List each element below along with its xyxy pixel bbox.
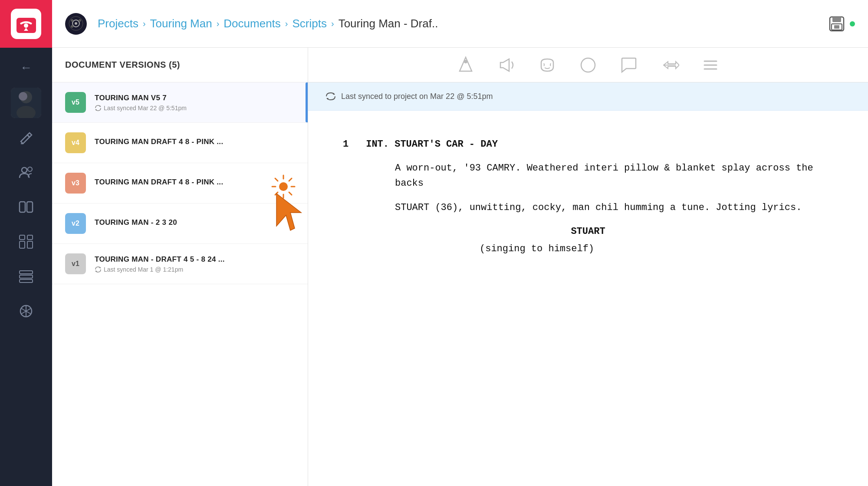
- version-item-v4[interactable]: v4 TOURING MAN DRAFT 4 8 - PINK ...: [52, 123, 308, 163]
- sync-bar: Last synced to project on Mar 22 @ 5:51p…: [308, 82, 868, 111]
- scene-heading-text: INT. STUART'S CAR - DAY: [366, 137, 498, 152]
- svg-rect-21: [27, 202, 33, 212]
- breadcrumb-touring-man[interactable]: Touring Man: [150, 17, 212, 30]
- svg-point-44: [464, 60, 467, 63]
- scene-toolbar-icon[interactable]: [456, 56, 475, 75]
- breadcrumb-documents[interactable]: Documents: [224, 17, 281, 30]
- sidebar-item-users[interactable]: [11, 157, 41, 187]
- sidebar: ←: [0, 48, 52, 486]
- version-item-v3[interactable]: v3 TOURING MAN DRAFT 4 8 - PINK ...: [52, 163, 308, 204]
- version-title-v1: TOURING MAN - DRAFT 4 5 - 8 24 ...: [95, 255, 295, 264]
- svg-rect-25: [27, 241, 33, 248]
- version-info-v3: TOURING MAN DRAFT 4 8 - PINK ...: [95, 178, 295, 189]
- breadcrumb: Projects › Touring Man › Documents › Scr…: [65, 13, 438, 35]
- character-name: STUART: [343, 224, 833, 239]
- svg-line-41: [289, 192, 292, 195]
- svg-point-7: [71, 25, 73, 28]
- version-title-v5: TOURING MAN V5 7: [95, 94, 295, 102]
- version-title-v4: TOURING MAN DRAFT 4 8 - PINK ...: [95, 138, 295, 146]
- user-avatar: [11, 88, 41, 118]
- arrows-toolbar-icon[interactable]: [660, 56, 679, 75]
- svg-rect-24: [20, 241, 25, 248]
- versions-panel: DOCUMENT VERSIONS (5) v5 TOURING MAN V5 …: [52, 48, 308, 486]
- version-item-v1[interactable]: v1 TOURING MAN - DRAFT 4 5 - 8 24 ... La…: [52, 244, 308, 284]
- sidebar-item-avatar[interactable]: [11, 88, 41, 118]
- version-title-v3: TOURING MAN DRAFT 4 8 - PINK ...: [95, 178, 295, 187]
- versions-header: DOCUMENT VERSIONS (5): [52, 48, 308, 82]
- version-badge-v5: v5: [65, 92, 86, 113]
- version-info-v5: TOURING MAN V5 7 Last synced Mar 22 @ 5:…: [95, 94, 295, 112]
- logo-area: [0, 0, 52, 48]
- sidebar-item-grid[interactable]: [11, 227, 41, 257]
- scene-action-1: A worn-out, '93 CAMRY. Weathered interi …: [395, 161, 833, 191]
- svg-rect-23: [27, 235, 33, 240]
- breadcrumb-scripts[interactable]: Scripts: [293, 17, 327, 30]
- breadcrumb-current: Touring Man - Draf..: [339, 17, 438, 30]
- content-area: Last synced to project on Mar 22 @ 5:51p…: [308, 48, 868, 486]
- svg-marker-43: [460, 57, 472, 71]
- mask-toolbar-icon[interactable]: [538, 56, 557, 75]
- sync-message: Last synced to project on Mar 22 @ 5:51p…: [341, 92, 493, 101]
- svg-point-18: [22, 167, 27, 173]
- version-item-v2[interactable]: v2 TOURING MAN - 2 3 20: [52, 204, 308, 244]
- sidebar-item-edit[interactable]: [11, 122, 41, 153]
- script-content: 1 INT. STUART'S CAR - DAY A worn-out, '9…: [308, 111, 868, 486]
- circle-toolbar-icon[interactable]: [579, 56, 598, 75]
- toolbar: [308, 48, 868, 82]
- svg-rect-20: [20, 202, 25, 212]
- main-layout: ←: [0, 48, 868, 486]
- project-logo: [65, 13, 87, 35]
- svg-point-1: [24, 23, 28, 28]
- version-title-v2: TOURING MAN - 2 3 20: [95, 218, 295, 227]
- sidebar-item-aperture[interactable]: [11, 296, 41, 326]
- svg-point-4: [75, 22, 77, 25]
- app-logo: [11, 9, 41, 39]
- svg-rect-26: [20, 271, 33, 274]
- version-info-v4: TOURING MAN DRAFT 4 8 - PINK ...: [95, 138, 295, 148]
- version-sync-v5: Last synced Mar 22 @ 5:51pm: [95, 105, 295, 112]
- version-badge-v4: v4: [65, 132, 86, 153]
- version-badge-v3: v3: [65, 173, 86, 194]
- sync-dot: [850, 21, 855, 26]
- scene-heading: 1 INT. STUART'S CAR - DAY: [343, 137, 833, 152]
- svg-point-5: [71, 19, 73, 22]
- sidebar-item-split[interactable]: [11, 192, 41, 222]
- version-list: v5 TOURING MAN V5 7 Last synced Mar 22 @…: [52, 82, 308, 486]
- megaphone-toolbar-icon[interactable]: [497, 56, 516, 75]
- svg-point-6: [79, 19, 81, 22]
- save-button[interactable]: [828, 15, 855, 33]
- svg-rect-15: [11, 88, 41, 118]
- back-button[interactable]: ←: [16, 56, 36, 79]
- menu-toolbar-icon[interactable]: [701, 56, 720, 75]
- scene-number: 1: [343, 137, 349, 152]
- comment-toolbar-icon[interactable]: [619, 56, 638, 75]
- breadcrumb-sep1: ›: [143, 19, 146, 29]
- version-sync-v1: Last synced Mar 1 @ 1:21pm: [95, 266, 295, 273]
- svg-point-45: [581, 58, 595, 72]
- version-badge-v1: v1: [65, 253, 86, 274]
- svg-point-16: [19, 92, 27, 101]
- breadcrumb-sep4: ›: [331, 19, 334, 29]
- version-badge-v2: v2: [65, 213, 86, 234]
- svg-rect-9: [832, 17, 841, 22]
- svg-point-19: [28, 167, 32, 171]
- svg-rect-11: [834, 25, 839, 29]
- version-info-v1: TOURING MAN - DRAFT 4 5 - 8 24 ... Last …: [95, 255, 295, 273]
- version-item-v5[interactable]: v5 TOURING MAN V5 7 Last synced Mar 22 @…: [52, 82, 308, 123]
- svg-rect-22: [20, 235, 25, 240]
- dialogue: (singing to himself): [480, 241, 697, 256]
- breadcrumb-sep3: ›: [285, 19, 288, 29]
- version-info-v2: TOURING MAN - 2 3 20: [95, 218, 295, 229]
- svg-rect-28: [20, 279, 33, 282]
- svg-line-40: [275, 192, 278, 195]
- svg-rect-27: [20, 275, 33, 278]
- breadcrumb-projects[interactable]: Projects: [98, 17, 138, 30]
- scene-action-2: STUART (36), unwitting, cocky, man chil …: [395, 200, 833, 215]
- breadcrumb-sep2: ›: [217, 19, 220, 29]
- topbar: Projects › Touring Man › Documents › Scr…: [0, 0, 868, 48]
- sidebar-item-list[interactable]: [11, 261, 41, 292]
